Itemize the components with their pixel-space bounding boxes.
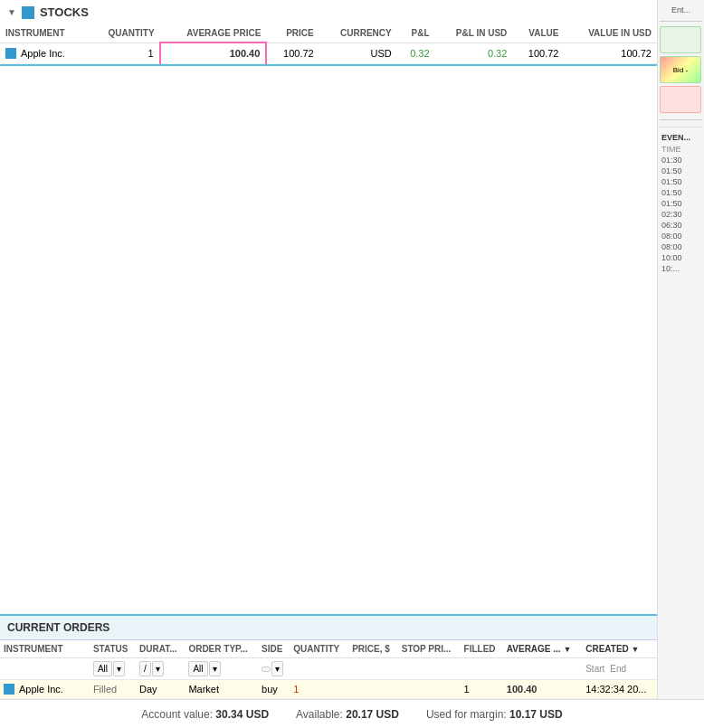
stock-price: 100.72 <box>266 43 319 63</box>
ord-col-stop[interactable]: STOP PRI... <box>398 640 461 658</box>
ord-col-average[interactable]: AVERAGE ... ▼ <box>503 640 582 658</box>
sort-icon: ▼ <box>563 645 571 654</box>
end-label[interactable]: End <box>610 664 626 674</box>
stocks-header: ▼ STOCKS <box>0 0 657 24</box>
margin-label: Used for margin: 10.17 USD <box>426 708 563 721</box>
ord-col-price[interactable]: PRICE, $ <box>348 640 398 658</box>
ord-col-instrument[interactable]: INSTRUMENT <box>0 640 90 658</box>
orders-filter-row: All ▾ / ▾ <box>0 658 657 680</box>
orders-table-wrap: INSTRUMENT STATUS DURAT... ORDER TYP... … <box>0 640 657 699</box>
side-filter-btn[interactable] <box>262 667 271 672</box>
order-filled: 1 <box>461 680 503 699</box>
orders-header: CURRENT ORDERS <box>0 616 657 640</box>
col-instrument[interactable]: INSTRUMENT <box>0 24 89 43</box>
stock-avg-price: 100.40 <box>160 43 267 63</box>
stocks-table: INSTRUMENT QUANTITY AVERAGE PRICE PRICE … <box>0 24 657 64</box>
ord-col-side[interactable]: SIDE <box>258 640 290 658</box>
entry-btn[interactable] <box>660 26 701 53</box>
orders-section: CURRENT ORDERS INSTRUMENT STATUS DURAT..… <box>0 614 657 699</box>
stocks-row: Apple Inc. 1 100.40 100.72 USD 0.32 0.32… <box>0 43 657 63</box>
col-quantity[interactable]: QUANTITY <box>89 24 160 43</box>
order-status: Filled <box>90 680 136 699</box>
stock-quantity: 1 <box>89 43 160 63</box>
col-avg-price[interactable]: AVERAGE PRICE <box>160 24 267 43</box>
order-average: 100.40 <box>503 680 582 699</box>
order-side: buy <box>258 680 290 699</box>
event-time-8: 08:00 <box>661 231 700 241</box>
order-stop-price <box>398 680 461 699</box>
footer: Account value: 30.34 USD Available: 20.1… <box>0 699 704 728</box>
filter-status: All ▾ <box>90 658 136 680</box>
type-filter-arrow[interactable]: ▾ <box>209 661 221 676</box>
stocks-icon <box>22 6 34 19</box>
event-time-7: 06:30 <box>661 220 700 231</box>
status-filter-btn[interactable]: All <box>93 661 112 676</box>
ord-col-created[interactable]: CREATED ▼ <box>582 640 657 658</box>
instrument-icon <box>5 48 16 59</box>
created-sort-icon: ▼ <box>632 645 640 654</box>
order-instrument-name: Apple Inc. <box>19 684 63 695</box>
ask-btn[interactable] <box>660 86 701 113</box>
bid-label: Bid - <box>673 66 688 74</box>
duration-filter-btn[interactable]: / <box>139 661 151 676</box>
status-filter-arrow[interactable]: ▾ <box>113 661 125 676</box>
filter-side: ▾ <box>258 658 290 680</box>
col-pnl-usd[interactable]: P&L IN USD <box>435 24 513 43</box>
col-price[interactable]: PRICE <box>266 24 319 43</box>
bid-btn[interactable]: Bid - <box>660 56 701 83</box>
type-filter-btn[interactable]: All <box>188 661 207 676</box>
filter-quantity <box>290 658 348 680</box>
account-label: Account value: 30.34 USD <box>141 708 269 721</box>
filter-stop <box>398 658 461 680</box>
ord-col-filled[interactable]: FILLED <box>461 640 503 658</box>
event-time-6: 02:30 <box>661 209 700 220</box>
available-label: Available: 20.17 USD <box>296 708 399 721</box>
stocks-column-headers: INSTRUMENT QUANTITY AVERAGE PRICE PRICE … <box>0 24 657 43</box>
orders-col-headers: INSTRUMENT STATUS DURAT... ORDER TYP... … <box>0 640 657 658</box>
stock-pnl-usd: 0.32 <box>435 43 513 63</box>
col-value-usd[interactable]: VALUE IN USD <box>564 24 657 43</box>
ord-col-status[interactable]: STATUS <box>90 640 136 658</box>
order-duration: Day <box>136 680 185 699</box>
filter-type: All ▾ <box>185 658 258 680</box>
orders-title: CURRENT ORDERS <box>7 621 109 634</box>
ord-col-quantity[interactable]: QUANTITY <box>290 640 348 658</box>
divider-1 <box>660 21 702 22</box>
events-title: EVEN... <box>661 131 700 144</box>
filter-duration: / ▾ <box>136 658 185 680</box>
event-time-1: 01:30 <box>661 155 700 165</box>
event-time-2: 01:50 <box>661 165 700 176</box>
filter-created: Start End <box>582 658 657 680</box>
start-label[interactable]: Start <box>585 664 604 674</box>
stock-value: 100.72 <box>512 43 564 63</box>
order-created: 14:32:34 20... <box>582 680 657 699</box>
order-instrument-icon <box>4 684 14 695</box>
filter-instrument <box>0 658 90 680</box>
order-row: Apple Inc. Filled Day Market buy 1 1 100 <box>0 680 657 699</box>
ord-col-type[interactable]: ORDER TYP... <box>185 640 258 658</box>
right-panel: Ent... Bid - EVEN... TIME 01:30 01:50 01… <box>657 0 704 699</box>
stock-instrument-name: Apple Inc. <box>21 48 65 59</box>
collapse-arrow[interactable]: ▼ <box>7 7 16 17</box>
account-value: 30.34 USD <box>215 708 269 721</box>
side-filter-arrow[interactable]: ▾ <box>271 661 283 676</box>
duration-filter-arrow[interactable]: ▾ <box>152 661 164 676</box>
event-time-4: 01:50 <box>661 187 700 198</box>
event-time-3: 01:50 <box>661 176 700 187</box>
events-panel: EVEN... TIME 01:30 01:50 01:50 01:50 01:… <box>660 127 702 276</box>
empty-space <box>0 66 657 615</box>
margin-value: 10.17 USD <box>509 708 563 721</box>
order-price <box>348 680 398 699</box>
order-instrument: Apple Inc. <box>0 680 90 699</box>
col-currency[interactable]: CURRENCY <box>319 24 397 43</box>
ord-col-duration[interactable]: DURAT... <box>136 640 185 658</box>
event-time-10: 10:00 <box>661 252 700 263</box>
time-label: TIME <box>661 144 700 155</box>
order-quantity: 1 <box>290 680 348 699</box>
col-value[interactable]: VALUE <box>512 24 564 43</box>
stock-pnl: 0.32 <box>397 43 435 63</box>
stock-value-usd: 100.72 <box>564 43 657 63</box>
event-time-5: 01:50 <box>661 198 700 209</box>
col-pnl[interactable]: P&L <box>397 24 435 43</box>
divider-2 <box>660 119 702 120</box>
